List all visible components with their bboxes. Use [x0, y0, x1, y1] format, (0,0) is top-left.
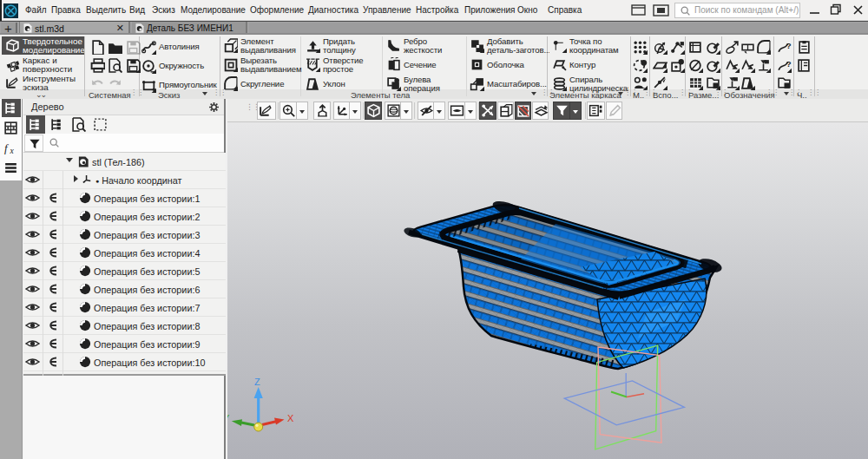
svg-text:Y: Y	[227, 413, 230, 423]
svg-text:Z: Z	[254, 377, 260, 387]
svg-text:X: X	[287, 413, 294, 423]
